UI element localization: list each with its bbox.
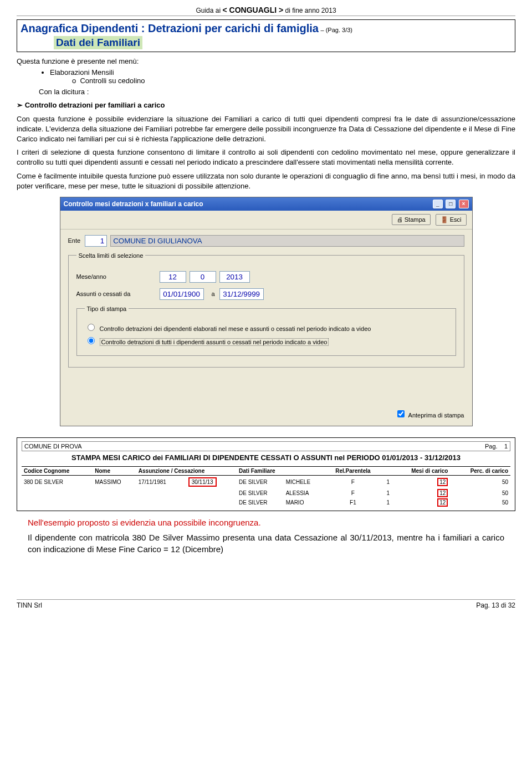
title-pag: – (Pag. 3/3): [321, 27, 352, 33]
progr-input[interactable]: [190, 271, 216, 283]
col-nome: Nome: [93, 466, 136, 475]
title-main: Anagrafica Dipendenti : Detrazioni per c…: [21, 22, 319, 34]
report-head-left: COMUNE DI PROVA: [24, 443, 82, 450]
report-title: STAMPA MESI CARICO dei FAMILIARI DI DIPE…: [22, 453, 510, 462]
esci-button[interactable]: 🚪Esci: [436, 214, 467, 226]
col-ass-cess: Assunzione / Cessazione: [136, 466, 237, 475]
maximize-icon[interactable]: □: [446, 200, 456, 208]
mese-label: Mese/anno: [76, 273, 160, 280]
scelta-legend: Scelta limiti di selezione: [76, 252, 146, 259]
data-da-input[interactable]: [160, 288, 204, 300]
radio-opt1-label[interactable]: Controllo detrazioni dei dipendenti elab…: [85, 322, 448, 332]
table-row: 380 DE SILVERMASSIMO17/11/198130/11/13DE…: [22, 475, 510, 488]
minimize-icon[interactable]: _: [433, 200, 443, 208]
window-buttons: _ □ ×: [432, 200, 469, 208]
title-sub: Dati dei Familiari: [54, 36, 142, 49]
title-box: Anagrafica Dipendenti : Detrazioni per c…: [17, 19, 515, 52]
bullet-2: o Controlli su cedolino: [72, 77, 515, 85]
radio-opt2[interactable]: [88, 337, 95, 344]
red-note: Nell'esempio proposto si evidenzia una p…: [28, 517, 504, 528]
footer-left: TINN Srl: [17, 601, 42, 609]
a-label: a: [212, 290, 215, 297]
printer-icon: 🖨: [397, 216, 403, 223]
report-preview: COMUNE DI PROVA Pag. 1 STAMPA MESI CARIC…: [17, 437, 515, 511]
para-3: Come è facilmente intuibile questa funzi…: [17, 171, 515, 191]
ente-name-field: [110, 235, 464, 247]
tipostampa-legend: Tipo di stampa: [85, 305, 129, 312]
anteprima-label[interactable]: Anteprima di stampa: [395, 412, 464, 419]
para-4: Il dipendente con matricola 380 De Silve…: [28, 532, 504, 555]
dialog-titlebar: Controllo mesi detrazioni x familiari a …: [60, 197, 472, 211]
bullet-1: Elaborazioni Mensili o Controlli su cedo…: [50, 68, 515, 85]
mese-input[interactable]: [160, 271, 186, 283]
col-mesi: Mesi di carico: [392, 466, 450, 475]
ente-label: Ente: [68, 237, 81, 244]
radio-opt1[interactable]: [88, 324, 95, 331]
anteprima-checkbox[interactable]: [397, 410, 405, 417]
menu-intro: Questa funzione è presente nel menù:: [17, 57, 515, 67]
dicitura: Con la dicitura :: [39, 87, 515, 97]
col-rel: Rel.Parentela: [325, 466, 381, 475]
col-dati-fam: Dati Familiare: [237, 466, 325, 475]
para-1: Con questa funzione è possibile evidenzi…: [17, 114, 515, 145]
assunti-label: Assunti o cessati da: [76, 290, 160, 297]
page-header: Guida ai < CONGUAGLI > di fine anno 2013: [17, 6, 515, 16]
dialog-title: Controllo mesi detrazioni x familiari a …: [64, 200, 203, 208]
report-table: Codice Cognome Nome Assunzione / Cessazi…: [22, 466, 510, 507]
col-idx: [381, 466, 392, 475]
col-codice: Codice Cognome: [22, 466, 93, 475]
tipostampa-fieldset: Tipo di stampa Controllo detrazioni dei …: [76, 305, 456, 356]
para-2: I criteri di selezione di questa funzion…: [17, 147, 515, 167]
footer-right: Pag. 13 di 32: [476, 601, 515, 609]
radio-opt2-label[interactable]: Controllo detrazioni di tutti i dipenden…: [85, 335, 448, 345]
page-footer: TINN Srl Pag. 13 di 32: [17, 599, 515, 609]
scelta-fieldset: Scelta limiti di selezione Mese/anno Ass…: [68, 252, 464, 368]
close-icon[interactable]: ×: [459, 200, 469, 208]
report-head-right: Pag. 1: [485, 443, 508, 450]
dialog-window: Controllo mesi detrazioni x familiari a …: [60, 197, 473, 426]
exit-icon: 🚪: [441, 216, 448, 223]
table-row: DE SILVERALESSIAF11250: [22, 488, 510, 498]
dialog-toolbar: 🖨Stampa 🚪Esci: [60, 211, 472, 230]
stampa-button[interactable]: 🖨Stampa: [392, 214, 431, 225]
ente-code-input[interactable]: [85, 235, 107, 247]
col-perc: Perc. di carico: [450, 466, 510, 475]
arrow-line: Controllo detrazioni per familiari a car…: [17, 100, 515, 110]
table-row: DE SILVERMARIOF111250: [22, 498, 510, 507]
data-a-input[interactable]: [219, 288, 264, 300]
anno-input[interactable]: [219, 271, 250, 283]
report-head: COMUNE DI PROVA Pag. 1: [22, 441, 510, 451]
